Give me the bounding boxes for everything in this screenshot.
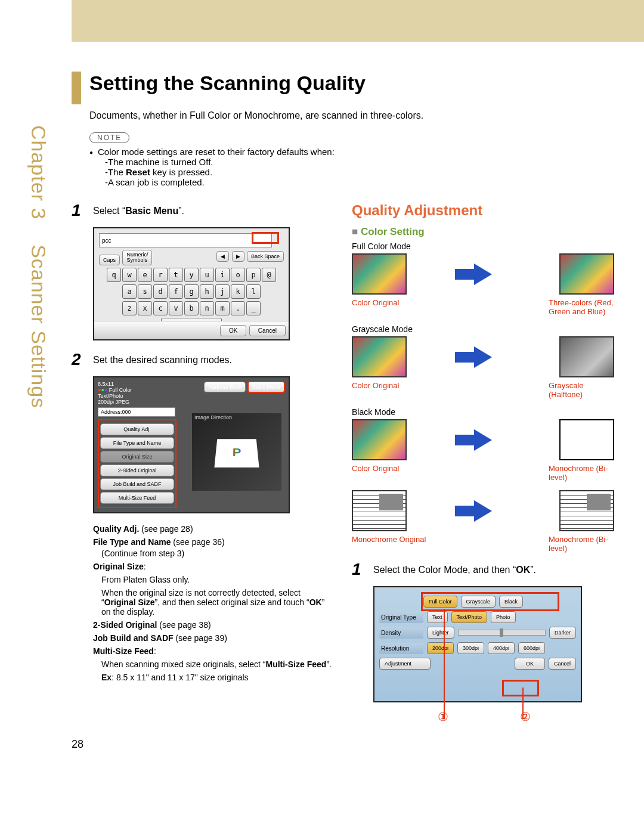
adjustment-button[interactable]: Adjustment xyxy=(379,658,431,670)
right-column: Quality Adjustment Color Setting Full Co… xyxy=(352,202,614,724)
step-number: 1 xyxy=(72,202,93,219)
section-heading: Quality Adjustment xyxy=(352,202,614,219)
preview-pane: Image Direction P xyxy=(192,413,281,491)
res-600[interactable]: 600dpi xyxy=(518,642,545,654)
key[interactable]: o xyxy=(231,268,245,282)
leader-line xyxy=(444,609,445,719)
keyboard-screenshot: pcc Caps Numeric/ Symbols ◀ ▶ Back Space… xyxy=(93,227,290,340)
key[interactable]: b xyxy=(184,301,199,315)
step-number: 1 xyxy=(352,561,373,578)
arrow-right-button[interactable]: ▶ xyxy=(232,251,244,262)
key[interactable]: n xyxy=(200,301,214,315)
subsection-heading: Color Setting xyxy=(352,226,614,238)
ok-button[interactable]: OK xyxy=(220,325,246,336)
thumb-grayscale xyxy=(559,336,614,377)
section-label: Scanner Settings xyxy=(27,244,50,408)
title-accent-bar xyxy=(72,72,81,104)
key[interactable]: j xyxy=(215,284,230,299)
key[interactable]: y xyxy=(184,268,199,282)
page-number: 28 xyxy=(72,738,614,751)
menu-multisize[interactable]: Multi-Size Feed xyxy=(100,492,174,504)
arrow-left-button[interactable]: ◀ xyxy=(216,251,229,262)
key[interactable]: f xyxy=(169,284,183,299)
key[interactable]: x xyxy=(138,301,152,315)
menu-original-size[interactable]: Original Size xyxy=(100,451,174,463)
caption: Color Original xyxy=(352,298,456,316)
caps-button[interactable]: Caps xyxy=(99,255,120,265)
menu-2sided[interactable]: 2-Sided Original xyxy=(100,465,174,476)
mode-label-full: Full Color Mode xyxy=(352,241,614,251)
top-banner xyxy=(72,0,644,42)
key[interactable]: s xyxy=(138,284,152,299)
key[interactable]: q xyxy=(107,268,121,282)
status-res: 200dpi JPEG xyxy=(98,399,132,405)
key[interactable]: _ xyxy=(246,301,261,315)
menu-file-type[interactable]: File Type and Name xyxy=(100,437,174,449)
key[interactable]: m xyxy=(215,301,230,315)
key[interactable]: u xyxy=(200,268,214,282)
note-label: NOTE xyxy=(89,132,129,143)
basic-menu-highlight xyxy=(252,232,279,244)
caption: Monochrome (Bi-level) xyxy=(549,535,614,553)
lighter-button[interactable]: Lighter xyxy=(427,627,454,639)
ok-button[interactable]: OK xyxy=(515,658,545,670)
callout-1: ① xyxy=(438,710,448,724)
note-item: -A scan job is completed. xyxy=(89,177,614,187)
key[interactable]: e xyxy=(138,268,152,282)
numeric-button[interactable]: Numeric/ Symbols xyxy=(122,250,152,265)
thumb-color-original xyxy=(352,336,407,377)
key[interactable]: k xyxy=(231,284,245,299)
left-column: 1 Select “Basic Menu”. pcc Caps Numeric/… xyxy=(72,202,334,724)
key[interactable]: w xyxy=(122,268,137,282)
step-text: Select the Color Mode, and then “OK”. xyxy=(373,561,536,575)
key[interactable]: r xyxy=(153,268,168,282)
darker-button[interactable]: Darker xyxy=(549,627,576,639)
tab-address-book[interactable]: Address Book xyxy=(204,382,246,392)
tab-basic-menu[interactable]: Basic Menu xyxy=(247,381,285,393)
key-row: zxcvbnm._ xyxy=(99,301,284,315)
leader-line xyxy=(522,688,524,719)
key[interactable]: p xyxy=(246,268,261,282)
caption: Monochrome (Bi-level) xyxy=(549,464,614,482)
scanner-menu-screenshot: 8.5x11 ●●● Full Color Text/Photo 200dpi … xyxy=(93,376,290,513)
thumb-monochrome xyxy=(559,490,614,531)
opt-photo[interactable]: Photo xyxy=(491,611,516,623)
note-item: -The machine is turned Off. xyxy=(89,157,614,167)
arrow-icon xyxy=(413,346,553,368)
menu-quality-adj[interactable]: Quality Adj. xyxy=(100,423,174,435)
callouts: ① ② xyxy=(373,710,614,724)
status-type: Text/Photo xyxy=(98,393,132,399)
caption: Grayscale (Halftone) xyxy=(549,381,614,399)
key[interactable]: d xyxy=(153,284,168,299)
cancel-button[interactable]: Cancel xyxy=(249,325,286,336)
row-label: Resolution xyxy=(379,643,423,654)
key[interactable]: h xyxy=(200,284,214,299)
row-label: Original Type xyxy=(379,612,423,623)
key[interactable]: z xyxy=(122,301,137,315)
key[interactable]: i xyxy=(215,268,230,282)
key[interactable]: l xyxy=(246,284,261,299)
thumb-three-colors xyxy=(559,253,614,295)
keyboard-input[interactable]: pcc xyxy=(99,233,272,247)
res-300[interactable]: 300dpi xyxy=(457,642,484,654)
key[interactable]: c xyxy=(153,301,168,315)
mode-label-gray: Grayscale Mode xyxy=(352,324,614,334)
res-200[interactable]: 200dpi xyxy=(427,642,454,654)
key[interactable]: v xyxy=(169,301,183,315)
res-400[interactable]: 400dpi xyxy=(488,642,515,654)
key[interactable]: t xyxy=(169,268,183,282)
opt-text-photo[interactable]: Text/Photo xyxy=(451,611,488,623)
menu-job-build[interactable]: Job Build and SADF xyxy=(100,478,174,490)
key[interactable]: . xyxy=(231,301,245,315)
ok-highlight xyxy=(502,680,539,696)
key[interactable]: @ xyxy=(262,268,276,282)
key[interactable]: a xyxy=(122,284,137,299)
key[interactable]: g xyxy=(184,284,199,299)
row-label: Density xyxy=(379,627,423,639)
backspace-button[interactable]: Back Space xyxy=(247,251,284,262)
intro-text: Documents, whether in Full Color or Mono… xyxy=(89,110,614,121)
thumb-monochrome xyxy=(559,419,614,460)
cancel-button[interactable]: Cancel xyxy=(549,658,576,670)
callout-2: ② xyxy=(520,710,531,724)
destination-field[interactable]: Address:000 xyxy=(98,407,175,417)
